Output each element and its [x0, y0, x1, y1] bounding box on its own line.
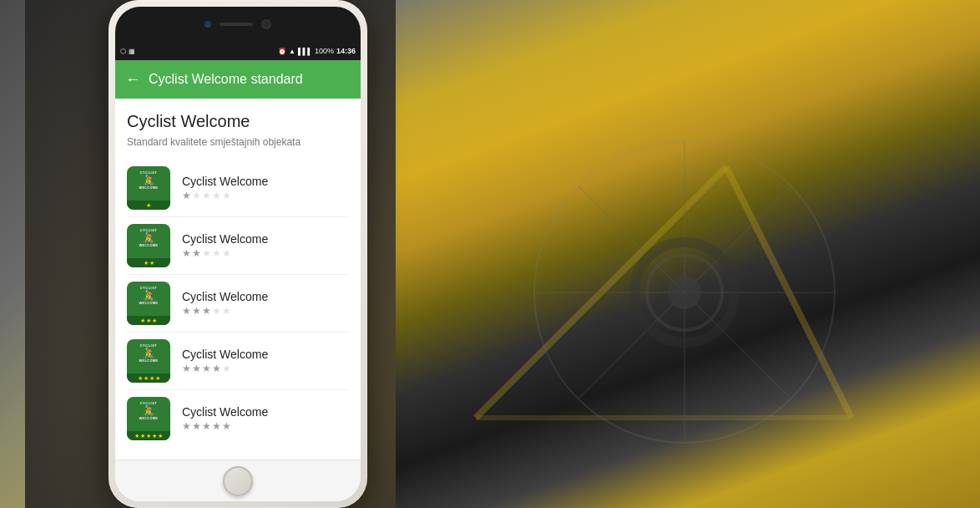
badge-stars-bar: ★★★	[127, 316, 170, 325]
status-right-info: ⏰ ▲ ▌▌▌ 100% 14:36	[278, 47, 356, 55]
logo-welcome-text: WELCOME	[139, 359, 159, 363]
item-name-1: Cyclist Welcome	[182, 175, 268, 188]
wifi-icon: ▲	[289, 48, 296, 55]
svg-point-8	[668, 276, 701, 309]
badge-star-filled: ★	[152, 433, 157, 439]
badge-star-filled: ★	[155, 375, 160, 381]
item-star-rating-2: ★★ ★★★	[182, 247, 268, 259]
logo-welcome-text: WELCOME	[139, 244, 159, 247]
item-info-3: Cyclist Welcome ★★★ ★★	[182, 290, 268, 317]
item-star-rating-1: ★ ★★★★	[182, 190, 268, 201]
logo-bike-icon: 🚴	[142, 348, 156, 359]
phone-device: ⬡ ▦ ⏰ ▲ ▌▌▌ 100% 14:36 ← Cyclist Welcome…	[109, 0, 367, 508]
phone-outer-shell: ⬡ ▦ ⏰ ▲ ▌▌▌ 100% 14:36 ← Cyclist Welcome…	[109, 0, 367, 508]
badge-star-filled: ★	[146, 433, 151, 439]
item-info-2: Cyclist Welcome ★★ ★★★	[182, 232, 268, 259]
badge-star-filled: ★	[146, 202, 151, 208]
item-name-3: Cyclist Welcome	[182, 290, 268, 303]
badge-star-filled: ★	[158, 433, 163, 439]
cyclist-badge-5: CYCLIST 🚴 WELCOME ★★★★★	[127, 397, 170, 440]
bike-visual	[392, 0, 977, 508]
earpiece-speaker	[220, 23, 253, 26]
star-empty: ★	[202, 247, 211, 259]
star-empty: ★	[192, 190, 201, 201]
badge-stars-bar: ★★	[127, 258, 170, 267]
badge-star-filled: ★	[134, 433, 139, 439]
content-area: Cyclist Welcome Standard kvalitete smješ…	[115, 99, 361, 460]
item-info-1: Cyclist Welcome ★ ★★★★	[182, 175, 268, 201]
badge-star-filled: ★	[149, 375, 154, 381]
status-left-icons: ⬡ ▦	[120, 48, 135, 55]
status-time: 14:36	[336, 47, 356, 55]
item-star-rating-3: ★★★ ★★	[182, 305, 268, 317]
star-filled: ★	[182, 363, 191, 374]
phone-top-bar	[115, 7, 361, 42]
star-empty: ★	[222, 305, 231, 317]
star-filled: ★	[212, 363, 221, 374]
star-empty: ★	[222, 190, 231, 201]
notification-icon: ▦	[129, 48, 135, 55]
badge-star-filled: ★	[140, 318, 145, 323]
usb-icon: ⬡	[120, 48, 126, 55]
star-filled: ★	[202, 305, 211, 317]
badge-stars-bar: ★★★★★	[127, 431, 170, 440]
home-button[interactable]	[223, 466, 253, 496]
cyclist-welcome-list: CYCLIST 🚴 WELCOME ★ Cyclist Welcome ★ ★★…	[127, 160, 349, 447]
app-toolbar: ← Cyclist Welcome standard	[115, 60, 361, 99]
badge-star-filled: ★	[144, 375, 149, 381]
badge-stars-bar: ★	[127, 201, 170, 210]
badge-logo: CYCLIST 🚴 WELCOME	[127, 170, 170, 190]
cyclist-badge-3: CYCLIST 🚴 WELCOME ★★★	[127, 282, 170, 325]
star-filled: ★	[182, 247, 191, 259]
alarm-icon: ⏰	[278, 48, 286, 55]
badge-stars-bar: ★★★★	[127, 373, 170, 383]
item-name-2: Cyclist Welcome	[182, 232, 268, 246]
list-item[interactable]: CYCLIST 🚴 WELCOME ★★★★★ Cyclist Welcome …	[127, 390, 349, 447]
battery-text: 100%	[315, 47, 334, 55]
status-bar: ⬡ ▦ ⏰ ▲ ▌▌▌ 100% 14:36	[115, 42, 361, 60]
logo-bike-icon: 🚴	[142, 232, 156, 244]
item-name-5: Cyclist Welcome	[182, 405, 268, 419]
logo-welcome-text: WELCOME	[139, 417, 159, 420]
badge-star-filled: ★	[144, 260, 149, 266]
list-item[interactable]: CYCLIST 🚴 WELCOME ★★ Cyclist Welcome ★★ …	[127, 217, 349, 275]
star-filled: ★	[182, 305, 191, 317]
logo-bike-icon: 🚴	[142, 175, 156, 186]
home-button-area	[115, 460, 361, 501]
badge-logo: CYCLIST 🚴 WELCOME	[127, 343, 170, 363]
item-star-rating-4: ★★★★ ★	[182, 363, 268, 374]
item-info-5: Cyclist Welcome ★★★★★	[182, 405, 268, 432]
page-title: Cyclist Welcome	[127, 112, 349, 131]
star-filled: ★	[222, 420, 231, 432]
list-item[interactable]: CYCLIST 🚴 WELCOME ★ Cyclist Welcome ★ ★★…	[127, 160, 349, 217]
front-camera	[205, 21, 211, 28]
back-button[interactable]: ←	[125, 71, 140, 89]
phone-screen: ⬡ ▦ ⏰ ▲ ▌▌▌ 100% 14:36 ← Cyclist Welcome…	[115, 7, 361, 501]
secondary-camera	[261, 19, 271, 29]
star-filled: ★	[192, 363, 201, 374]
badge-star-filled: ★	[146, 318, 151, 323]
item-star-rating-5: ★★★★★	[182, 420, 268, 432]
cyclist-badge-4: CYCLIST 🚴 WELCOME ★★★★	[127, 339, 170, 383]
star-empty: ★	[222, 363, 231, 374]
list-item[interactable]: CYCLIST 🚴 WELCOME ★★★ Cyclist Welcome ★★…	[127, 275, 349, 333]
item-name-4: Cyclist Welcome	[182, 348, 268, 361]
cyclist-badge-1: CYCLIST 🚴 WELCOME ★	[127, 166, 170, 210]
star-filled: ★	[192, 247, 201, 259]
badge-logo: CYCLIST 🚴 WELCOME	[127, 227, 170, 247]
badge-logo: CYCLIST 🚴 WELCOME	[127, 400, 170, 420]
badge-logo: CYCLIST 🚴 WELCOME	[127, 285, 170, 305]
signal-icon: ▌▌▌	[298, 48, 312, 55]
badge-star-filled: ★	[138, 375, 143, 381]
logo-welcome-text: WELCOME	[139, 302, 159, 305]
badge-star-filled: ★	[140, 433, 145, 439]
logo-bike-icon: 🚴	[142, 405, 156, 417]
star-empty: ★	[222, 247, 231, 259]
star-filled: ★	[202, 363, 211, 374]
badge-star-filled: ★	[149, 260, 154, 266]
star-empty: ★	[212, 305, 221, 317]
star-filled: ★	[182, 420, 191, 432]
star-empty: ★	[212, 247, 221, 259]
page-subtitle: Standard kvalitete smještajnih objekata	[127, 136, 349, 148]
list-item[interactable]: CYCLIST 🚴 WELCOME ★★★★ Cyclist Welcome ★…	[127, 333, 349, 390]
